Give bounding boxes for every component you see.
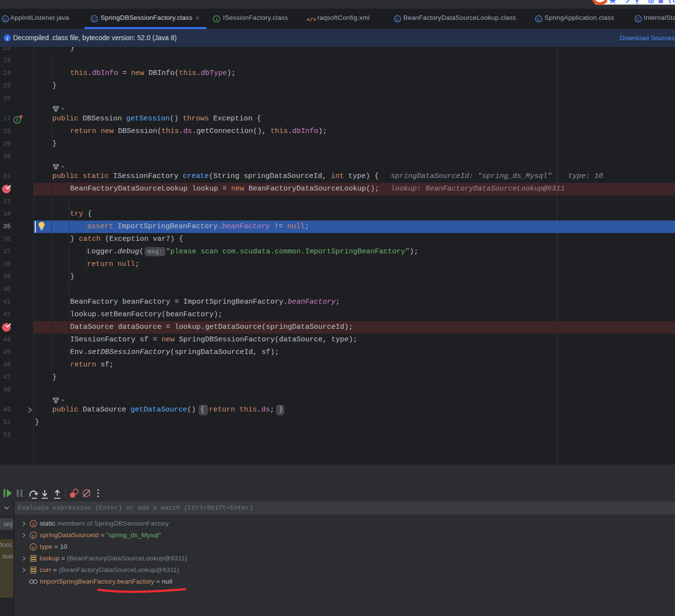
svg-text:S: S	[32, 521, 35, 527]
svg-text:C: C	[93, 16, 96, 21]
svg-text:i: i	[7, 36, 8, 41]
svg-text:C: C	[4, 16, 7, 21]
svg-text:p: p	[32, 544, 34, 550]
svg-text:C: C	[396, 16, 399, 21]
svg-text:p: p	[32, 533, 34, 538]
svg-text:I: I	[16, 117, 18, 123]
svg-text:I: I	[216, 16, 218, 21]
svg-text:C: C	[537, 16, 541, 21]
svg-text:C: C	[637, 16, 640, 21]
